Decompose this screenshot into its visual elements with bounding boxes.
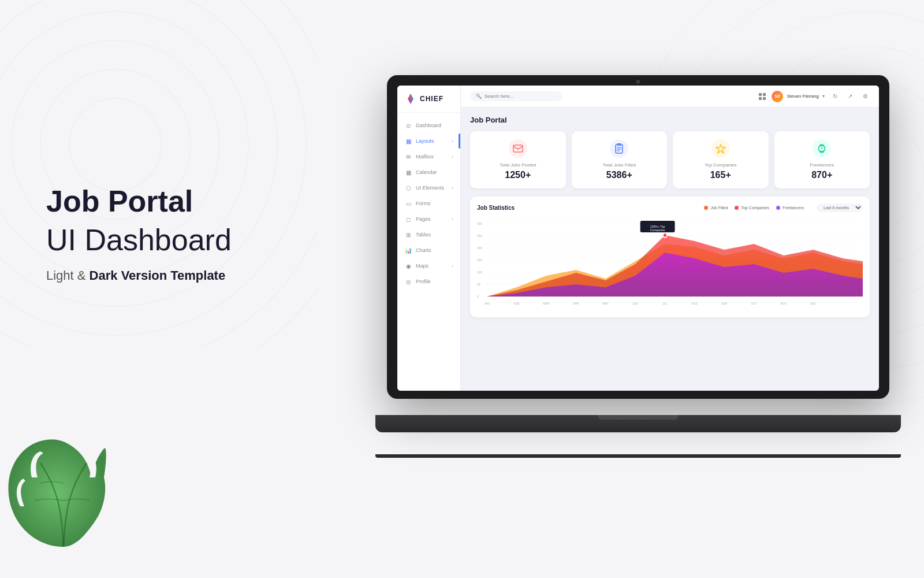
svg-point-7 [0, 0, 318, 347]
svg-text:MAY: MAY [602, 302, 609, 305]
logo-icon-svg [404, 92, 417, 105]
jobs-posted-icon [509, 139, 527, 158]
jobs-posted-label: Total Jobs Posted [477, 162, 559, 168]
svg-text:DEC: DEC [810, 302, 817, 305]
svg-marker-15 [411, 94, 413, 99]
sidebar-nav: ⊙ Dashboard ▦ Layouts › ✉ Mailbox [397, 113, 460, 289]
nav-item-ui-elements[interactable]: ⬡ UI Elements › [397, 180, 460, 195]
jobs-filled-label: Total Jobs Filled [579, 162, 661, 168]
bg-spiral-left [0, 0, 318, 347]
svg-text:FEB: FEB [514, 302, 520, 305]
user-info: SF Steven Fleming ▾ [772, 91, 825, 102]
freelancers-icon [813, 139, 831, 158]
laptop-wrapper: CHIEF ⊙ Dashboard ▦ Layouts › [387, 75, 889, 480]
jobs-posted-value: 1250+ [477, 170, 559, 180]
svg-point-5 [0, 0, 306, 335]
ui-elements-arrow-icon: › [452, 186, 453, 191]
nav-label-tables: Tables [416, 232, 431, 238]
charts-icon: 📊 [404, 246, 412, 254]
svg-point-6 [0, 0, 318, 347]
laptop-camera [636, 80, 640, 84]
dashboard-icon: ⊙ [404, 121, 412, 129]
chart-header: Job Statistics Job Filled To [477, 203, 863, 212]
title-sub: UI Dashboard [46, 224, 289, 257]
subtitle-pre: Light & [46, 268, 90, 283]
svg-text:JUL: JUL [662, 302, 668, 305]
nav-item-pages[interactable]: ◻ Pages › [397, 212, 460, 227]
legend-label-top-companies: Top Companies [741, 206, 769, 210]
svg-text:300: 300 [477, 222, 482, 225]
chart-svg: 300 250 200 150 100 50 0 [477, 218, 863, 310]
nav-label-ui-elements: UI Elements [416, 185, 444, 191]
mailbox-arrow-icon: › [452, 154, 453, 160]
stat-card-jobs-filled: Total Jobs Filled 5386+ [572, 131, 668, 188]
top-companies-label: Top Companies [680, 162, 762, 168]
nav-item-tables[interactable]: ⊞ Tables [397, 227, 460, 242]
freelancers-value: 870+ [781, 170, 863, 180]
svg-text:JUN: JUN [632, 302, 638, 305]
svg-marker-16 [408, 99, 413, 104]
nav-item-calendar[interactable]: ▦ Calendar [397, 165, 460, 180]
calendar-icon: ▦ [404, 168, 412, 176]
laptop-bezel: CHIEF ⊙ Dashboard ▦ Layouts › [387, 75, 889, 399]
legend-dot-job-filled [704, 206, 708, 210]
svg-text:50: 50 [477, 283, 480, 286]
refresh-icon[interactable]: ↻ [830, 92, 840, 101]
grid-dot [759, 97, 762, 100]
svg-text:200: 200 [477, 246, 482, 250]
watch-icon-svg [817, 143, 827, 154]
page-content: Job Portal [461, 108, 879, 391]
title-main: Job Portal [46, 185, 289, 218]
logo-text: CHIEF [420, 95, 444, 103]
nav-label-dashboard: Dashboard [416, 123, 441, 128]
svg-rect-17 [513, 145, 523, 152]
legend-top-companies: Top Companies [735, 206, 769, 210]
search-input[interactable] [485, 94, 557, 99]
grid-dot [763, 93, 766, 96]
nav-item-forms[interactable]: ▭ Forms [397, 196, 460, 211]
grid-dot [759, 93, 762, 96]
svg-text:OCT: OCT [751, 302, 757, 305]
laptop-foot [375, 454, 901, 458]
freelancers-label: Freelancers [781, 162, 863, 168]
grid-view-icon[interactable] [759, 93, 766, 100]
laptop-base [375, 415, 901, 432]
share-icon[interactable]: ↗ [845, 92, 855, 101]
topbar-icons: SF Steven Fleming ▾ ↻ ↗ ⚙ [759, 91, 870, 102]
chart-filter-select[interactable]: Last 6 months [817, 203, 863, 212]
left-text-block: Job Portal UI Dashboard Light & Dark Ver… [46, 185, 289, 283]
nav-item-mailbox[interactable]: ✉ Mailbox › [397, 149, 460, 164]
nav-item-layouts[interactable]: ▦ Layouts › [397, 134, 460, 149]
svg-text:SEP: SEP [721, 302, 728, 305]
maps-icon: ◉ [404, 262, 412, 270]
search-bar[interactable]: 🔍 [470, 91, 562, 101]
legend-dot-freelancers [776, 206, 780, 210]
legend-dot-top-companies [735, 206, 739, 210]
svg-text:150: 150 [477, 258, 482, 262]
pages-arrow-icon: › [452, 217, 453, 222]
user-dropdown-icon[interactable]: ▾ [822, 94, 825, 99]
jobs-filled-value: 5386+ [579, 170, 661, 180]
maps-arrow-icon: › [452, 264, 453, 269]
chart-title: Job Statistics [477, 205, 515, 211]
chart-legend: Job Filled Top Companies F [704, 203, 863, 212]
email-icon-svg [513, 143, 523, 154]
svg-text:AUG: AUG [691, 302, 698, 305]
clipboard-icon-svg [614, 143, 624, 154]
chart-tooltip-dot [663, 233, 667, 238]
layouts-arrow-icon: › [452, 139, 453, 144]
stat-card-freelancers: Freelancers 870+ [774, 131, 870, 188]
nav-item-charts[interactable]: 📊 Charts [397, 243, 460, 258]
settings-icon[interactable]: ⚙ [860, 92, 870, 101]
nav-item-profile[interactable]: ◎ Profile [397, 274, 460, 289]
nav-item-dashboard[interactable]: ⊙ Dashboard [397, 118, 460, 133]
nav-label-maps: Maps [416, 263, 429, 269]
legend-label-job-filled: Job Filled [710, 206, 728, 210]
ui-elements-icon: ⬡ [404, 184, 412, 192]
nav-item-maps[interactable]: ◉ Maps › [397, 258, 460, 273]
svg-text:0: 0 [477, 295, 479, 298]
svg-text:APR: APR [573, 302, 579, 305]
subtitle: Light & Dark Version Template [46, 268, 289, 283]
svg-text:250: 250 [477, 234, 482, 238]
dashboard-ui: CHIEF ⊙ Dashboard ▦ Layouts › [397, 86, 879, 391]
